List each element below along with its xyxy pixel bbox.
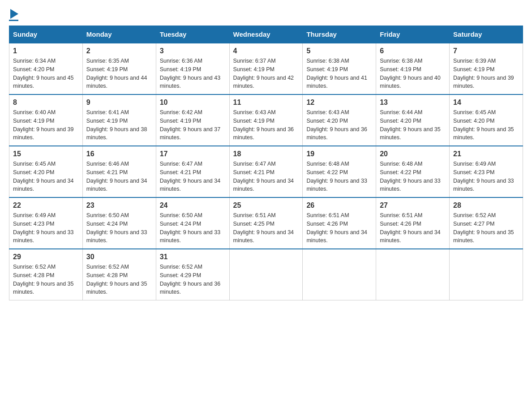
- page-header: [9, 9, 523, 21]
- day-number: 19: [306, 150, 372, 158]
- calendar-day-cell: 12 Sunrise: 6:43 AMSunset: 4:20 PMDaylig…: [303, 94, 376, 146]
- day-info: Sunrise: 6:43 AMSunset: 4:20 PMDaylight:…: [306, 109, 367, 141]
- day-number: 20: [380, 150, 446, 158]
- day-info: Sunrise: 6:42 AMSunset: 4:19 PMDaylight:…: [160, 109, 221, 141]
- day-number: 14: [453, 98, 519, 107]
- day-number: 17: [160, 150, 226, 158]
- day-number: 4: [233, 47, 299, 55]
- day-number: 22: [13, 201, 79, 210]
- weekday-header-sunday: Sunday: [9, 26, 83, 43]
- day-info: Sunrise: 6:45 AMSunset: 4:20 PMDaylight:…: [13, 161, 74, 192]
- day-info: Sunrise: 6:52 AMSunset: 4:28 PMDaylight:…: [86, 264, 147, 295]
- calendar-day-cell: 14 Sunrise: 6:45 AMSunset: 4:20 PMDaylig…: [450, 94, 523, 146]
- day-number: 26: [306, 201, 372, 210]
- day-number: 23: [86, 201, 152, 210]
- calendar-day-cell: 28 Sunrise: 6:52 AMSunset: 4:27 PMDaylig…: [450, 197, 523, 249]
- day-number: 1: [13, 47, 79, 55]
- day-info: Sunrise: 6:38 AMSunset: 4:19 PMDaylight:…: [380, 58, 441, 89]
- calendar-day-cell: 16 Sunrise: 6:46 AMSunset: 4:21 PMDaylig…: [82, 146, 156, 197]
- day-info: Sunrise: 6:40 AMSunset: 4:19 PMDaylight:…: [13, 109, 74, 141]
- calendar-day-cell: [450, 249, 523, 300]
- calendar-week-row: 1 Sunrise: 6:34 AMSunset: 4:20 PMDayligh…: [9, 43, 523, 94]
- day-number: 9: [86, 98, 152, 107]
- calendar-day-cell: 26 Sunrise: 6:51 AMSunset: 4:26 PMDaylig…: [303, 197, 376, 249]
- day-number: 10: [160, 98, 226, 107]
- calendar-day-cell: 6 Sunrise: 6:38 AMSunset: 4:19 PMDayligh…: [376, 43, 450, 94]
- weekday-header-friday: Friday: [376, 26, 450, 43]
- day-info: Sunrise: 6:36 AMSunset: 4:19 PMDaylight:…: [160, 58, 221, 89]
- day-info: Sunrise: 6:48 AMSunset: 4:22 PMDaylight:…: [306, 161, 367, 192]
- calendar-day-cell: 23 Sunrise: 6:50 AMSunset: 4:24 PMDaylig…: [82, 197, 156, 249]
- calendar-week-row: 8 Sunrise: 6:40 AMSunset: 4:19 PMDayligh…: [9, 94, 523, 146]
- day-info: Sunrise: 6:51 AMSunset: 4:25 PMDaylight:…: [233, 212, 294, 244]
- day-number: 18: [233, 150, 299, 158]
- day-info: Sunrise: 6:48 AMSunset: 4:22 PMDaylight:…: [380, 161, 441, 192]
- calendar-day-cell: 3 Sunrise: 6:36 AMSunset: 4:19 PMDayligh…: [156, 43, 229, 94]
- weekday-header-tuesday: Tuesday: [156, 26, 229, 43]
- day-number: 24: [160, 201, 226, 210]
- calendar-day-cell: 30 Sunrise: 6:52 AMSunset: 4:28 PMDaylig…: [82, 249, 156, 300]
- day-number: 16: [86, 150, 152, 158]
- day-info: Sunrise: 6:45 AMSunset: 4:20 PMDaylight:…: [453, 109, 514, 141]
- day-info: Sunrise: 6:51 AMSunset: 4:26 PMDaylight:…: [380, 212, 441, 244]
- calendar-day-cell: 20 Sunrise: 6:48 AMSunset: 4:22 PMDaylig…: [376, 146, 450, 197]
- day-info: Sunrise: 6:52 AMSunset: 4:29 PMDaylight:…: [160, 264, 221, 295]
- day-number: 27: [380, 201, 446, 210]
- calendar-week-row: 22 Sunrise: 6:49 AMSunset: 4:23 PMDaylig…: [9, 197, 523, 249]
- calendar-day-cell: 4 Sunrise: 6:37 AMSunset: 4:19 PMDayligh…: [229, 43, 303, 94]
- day-number: 31: [160, 253, 226, 261]
- day-number: 8: [13, 98, 79, 107]
- day-info: Sunrise: 6:47 AMSunset: 4:21 PMDaylight:…: [160, 161, 221, 192]
- calendar-day-cell: 13 Sunrise: 6:44 AMSunset: 4:20 PMDaylig…: [376, 94, 450, 146]
- calendar-day-cell: 1 Sunrise: 6:34 AMSunset: 4:20 PMDayligh…: [9, 43, 83, 94]
- calendar-day-cell: [229, 249, 303, 300]
- day-number: 25: [233, 201, 299, 210]
- calendar-day-cell: 15 Sunrise: 6:45 AMSunset: 4:20 PMDaylig…: [9, 146, 83, 197]
- calendar-day-cell: 25 Sunrise: 6:51 AMSunset: 4:25 PMDaylig…: [229, 197, 303, 249]
- weekday-header-wednesday: Wednesday: [229, 26, 303, 43]
- day-info: Sunrise: 6:39 AMSunset: 4:19 PMDaylight:…: [453, 58, 514, 89]
- day-number: 2: [86, 47, 152, 55]
- calendar-day-cell: 31 Sunrise: 6:52 AMSunset: 4:29 PMDaylig…: [156, 249, 229, 300]
- calendar-week-row: 29 Sunrise: 6:52 AMSunset: 4:28 PMDaylig…: [9, 249, 523, 300]
- day-number: 11: [233, 98, 299, 107]
- logo: [9, 9, 18, 21]
- calendar-day-cell: 2 Sunrise: 6:35 AMSunset: 4:19 PMDayligh…: [82, 43, 156, 94]
- calendar-day-cell: 21 Sunrise: 6:49 AMSunset: 4:23 PMDaylig…: [450, 146, 523, 197]
- day-info: Sunrise: 6:50 AMSunset: 4:24 PMDaylight:…: [160, 212, 221, 244]
- calendar-table: SundayMondayTuesdayWednesdayThursdayFrid…: [9, 26, 523, 300]
- day-info: Sunrise: 6:50 AMSunset: 4:24 PMDaylight:…: [86, 212, 147, 244]
- svg-marker-0: [10, 9, 18, 19]
- calendar-day-cell: 7 Sunrise: 6:39 AMSunset: 4:19 PMDayligh…: [450, 43, 523, 94]
- calendar-day-cell: 17 Sunrise: 6:47 AMSunset: 4:21 PMDaylig…: [156, 146, 229, 197]
- day-info: Sunrise: 6:38 AMSunset: 4:19 PMDaylight:…: [306, 58, 367, 89]
- logo-arrow-icon: [10, 9, 18, 19]
- weekday-header-thursday: Thursday: [303, 26, 376, 43]
- calendar-day-cell: 8 Sunrise: 6:40 AMSunset: 4:19 PMDayligh…: [9, 94, 83, 146]
- day-number: 15: [13, 150, 79, 158]
- calendar-day-cell: 18 Sunrise: 6:47 AMSunset: 4:21 PMDaylig…: [229, 146, 303, 197]
- day-info: Sunrise: 6:43 AMSunset: 4:19 PMDaylight:…: [233, 109, 294, 141]
- day-info: Sunrise: 6:35 AMSunset: 4:19 PMDaylight:…: [86, 58, 147, 89]
- calendar-day-cell: [376, 249, 450, 300]
- day-info: Sunrise: 6:52 AMSunset: 4:27 PMDaylight:…: [453, 212, 514, 244]
- day-number: 12: [306, 98, 372, 107]
- day-number: 13: [380, 98, 446, 107]
- calendar-day-cell: 5 Sunrise: 6:38 AMSunset: 4:19 PMDayligh…: [303, 43, 376, 94]
- day-number: 5: [306, 47, 372, 55]
- day-number: 3: [160, 47, 226, 55]
- day-info: Sunrise: 6:44 AMSunset: 4:20 PMDaylight:…: [380, 109, 441, 141]
- weekday-header-row: SundayMondayTuesdayWednesdayThursdayFrid…: [9, 26, 523, 43]
- calendar-day-cell: 10 Sunrise: 6:42 AMSunset: 4:19 PMDaylig…: [156, 94, 229, 146]
- day-number: 30: [86, 253, 152, 261]
- day-number: 28: [453, 201, 519, 210]
- day-info: Sunrise: 6:49 AMSunset: 4:23 PMDaylight:…: [13, 212, 74, 244]
- calendar-day-cell: 29 Sunrise: 6:52 AMSunset: 4:28 PMDaylig…: [9, 249, 83, 300]
- weekday-header-monday: Monday: [82, 26, 156, 43]
- day-number: 29: [13, 253, 79, 261]
- calendar-day-cell: 9 Sunrise: 6:41 AMSunset: 4:19 PMDayligh…: [82, 94, 156, 146]
- calendar-week-row: 15 Sunrise: 6:45 AMSunset: 4:20 PMDaylig…: [9, 146, 523, 197]
- calendar-day-cell: 27 Sunrise: 6:51 AMSunset: 4:26 PMDaylig…: [376, 197, 450, 249]
- logo-underline: [9, 20, 18, 21]
- day-info: Sunrise: 6:47 AMSunset: 4:21 PMDaylight:…: [233, 161, 294, 192]
